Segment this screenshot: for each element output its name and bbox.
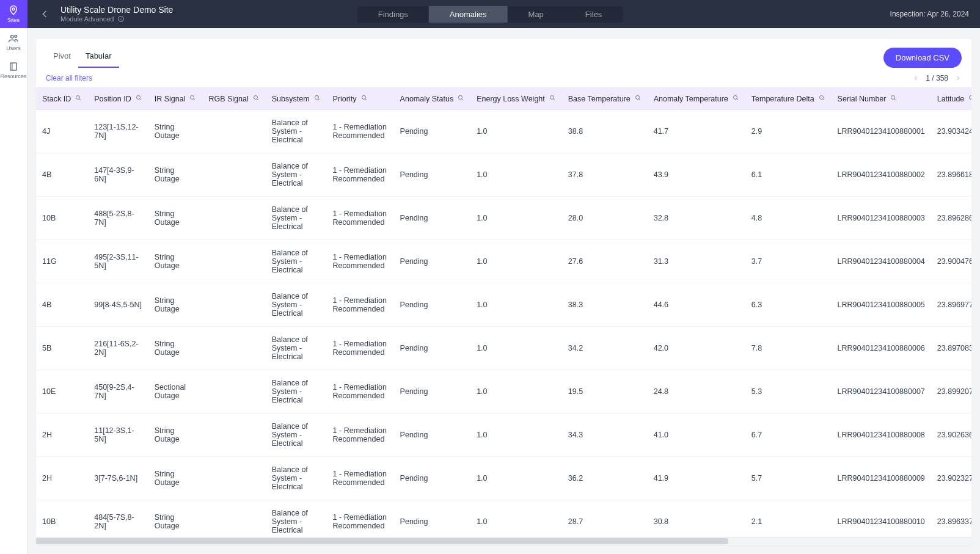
subtitle-text: Module Advanced [60,15,114,23]
search-icon[interactable] [634,94,642,103]
table-row[interactable]: 10E450[9-2S,4-7N]Sectional OutageBalance… [36,370,971,414]
cell-sub: Balance of System - Electrical [266,153,327,197]
column-header[interactable]: Subsystem [266,88,327,110]
cell-at: 42.0 [648,327,745,370]
subtab-pivot[interactable]: Pivot [46,48,78,68]
clear-all-filters-link[interactable]: Clear all filters [46,74,92,82]
column-header[interactable]: Anomaly Status [394,88,471,110]
cell-stat: Pending [394,197,471,240]
cell-pos: 123[1-1S,12-7N] [88,110,148,153]
search-icon[interactable] [313,94,321,103]
table-scroll-area[interactable]: Stack IDPosition IDIR SignalRGB SignalSu… [36,87,971,537]
search-icon[interactable] [549,94,556,103]
table-row[interactable]: 5B216[11-6S,2-2N]String OutageBalance of… [36,327,971,370]
cell-pri: 1 - Remediation Recommended [327,457,394,500]
column-header[interactable]: Energy Loss Weight [470,88,562,110]
cell-at: 41.7 [648,110,745,153]
cell-td: 4.8 [745,197,832,240]
cell-at: 41.9 [648,457,745,500]
sidebar-item-users[interactable]: Users [0,28,27,56]
search-icon[interactable] [252,94,260,103]
back-button[interactable] [38,8,51,20]
column-header[interactable]: RGB Signal [202,88,265,110]
top-tab-findings[interactable]: Findings [357,6,429,23]
info-icon[interactable] [117,15,125,23]
cell-stack: 11G [36,240,88,283]
cell-stat: Pending [394,500,471,538]
column-header[interactable]: Base Temperature [562,88,648,110]
column-header[interactable]: Temperature Delta [745,88,832,110]
subtab-tabular[interactable]: Tabular [78,48,119,68]
search-icon[interactable] [360,94,368,103]
cell-elw: 1.0 [470,283,562,327]
cell-ir: String Outage [148,110,203,153]
cell-bt: 34.2 [562,327,648,370]
search-icon[interactable] [968,94,971,103]
sidebar-item-resources[interactable]: Resources [0,56,27,84]
cell-bt: 36.2 [562,457,648,500]
top-tab-files[interactable]: Files [565,6,623,23]
cell-td: 6.3 [745,283,832,327]
cell-bt: 37.8 [562,153,648,197]
chevron-left-icon[interactable] [912,75,920,82]
column-header[interactable]: IR Signal [148,88,203,110]
scrollbar-thumb[interactable] [36,538,728,544]
cell-stack: 10E [36,370,88,414]
cell-stack: 10B [36,197,88,240]
top-tab-anomalies[interactable]: Anomalies [429,6,508,23]
table-row[interactable]: 10B484[5-7S,8-2N]String OutageBalance of… [36,500,971,538]
cell-elw: 1.0 [470,153,562,197]
cell-pri: 1 - Remediation Recommended [327,153,394,197]
column-header[interactable]: Anomaly Temperature [648,88,745,110]
sidebar-item-sites[interactable]: Sites [0,0,27,28]
cell-stat: Pending [394,370,471,414]
cell-pos: 484[5-7S,8-2N] [88,500,148,538]
cell-at: 30.8 [648,500,745,538]
cell-pos: 450[9-2S,4-7N] [88,370,148,414]
svg-point-13 [635,96,639,100]
cell-stat: Pending [394,414,471,457]
cell-elw: 1.0 [470,110,562,153]
column-label: Anomaly Status [400,95,454,103]
horizontal-scrollbar[interactable] [36,537,971,545]
download-csv-button[interactable]: Download CSV [883,48,962,68]
search-icon[interactable] [732,94,739,103]
search-icon[interactable] [818,94,825,103]
cell-sn: LRR90401234100880001 [832,110,931,153]
table-row[interactable]: 4J123[1-1S,12-7N]String OutageBalance of… [36,110,971,153]
cell-stack: 2H [36,457,88,500]
left-sidebar: Sites Users Resources [0,0,27,554]
table-row[interactable]: 2H11[12-3S,1-5N]String OutageBalance of … [36,414,971,457]
book-icon [8,61,19,72]
cell-elw: 1.0 [470,370,562,414]
svg-point-12 [550,96,554,100]
table-row[interactable]: 4B147[4-3S,9-6N]String OutageBalance of … [36,153,971,197]
cell-sn: LRR90401234100880003 [832,197,931,240]
cell-sn: LRR90401234100880009 [832,457,931,500]
svg-point-16 [891,96,895,100]
cell-bt: 38.3 [562,283,648,327]
search-icon[interactable] [135,94,142,103]
cell-sub: Balance of System - Electrical [266,457,327,500]
column-header[interactable]: Position ID [88,88,148,110]
cell-sn: LRR90401234100880005 [832,283,931,327]
table-row[interactable]: 2H3[7-7S,6-1N]String OutageBalance of Sy… [36,457,971,500]
table-row[interactable]: 4B99[8-4S,5-5N]String OutageBalance of S… [36,283,971,327]
chevron-right-icon[interactable] [954,75,962,82]
column-header[interactable]: Stack ID [36,88,88,110]
column-header[interactable]: Latitude [931,88,971,110]
top-tab-map[interactable]: Map [508,6,565,23]
table-row[interactable]: 11G495[2-3S,11-5N]String OutageBalance o… [36,240,971,283]
cell-pos: 11[12-3S,1-5N] [88,414,148,457]
search-icon[interactable] [890,94,897,103]
cell-stack: 10B [36,500,88,538]
table-row[interactable]: 10B488[5-2S,8-7N]String OutageBalance of… [36,197,971,240]
search-icon[interactable] [457,94,464,103]
svg-point-8 [254,96,257,100]
search-icon[interactable] [75,94,82,103]
search-icon[interactable] [189,94,196,103]
cell-td: 2.9 [745,110,832,153]
column-header[interactable]: Priority [327,88,394,110]
column-label: IR Signal [155,95,186,103]
column-header[interactable]: Serial Number [832,88,931,110]
